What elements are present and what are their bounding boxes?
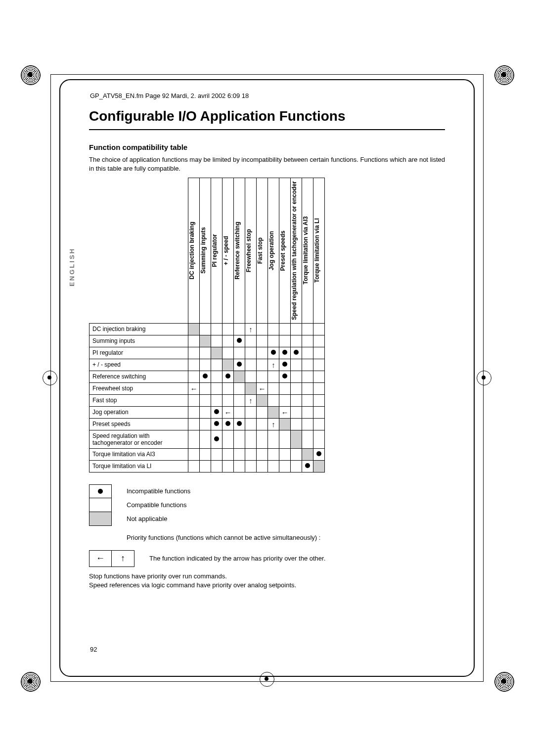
table-cell: ←: [279, 406, 291, 418]
table-row: Freewheel stop←←: [89, 382, 325, 394]
table-cell: [268, 323, 279, 335]
table-cell: [279, 460, 291, 472]
table-cell: [268, 371, 279, 382]
row-label: Torque limitation via AI3: [89, 448, 188, 460]
table-cell: [268, 347, 279, 359]
table-cell: [302, 430, 313, 448]
column-header: Torque limitation via LI: [313, 178, 325, 324]
table-cell: [188, 418, 200, 430]
table-cell: [291, 448, 302, 460]
table-row: Summing inputs: [89, 335, 325, 347]
table-cell: [268, 335, 279, 347]
table-cell: [188, 347, 200, 359]
table-cell: [279, 335, 291, 347]
table-cell: ↑: [245, 394, 257, 406]
column-header: Torque limitation via AI3: [302, 178, 313, 324]
table-cell: [211, 418, 222, 430]
legend-priority-intro: Priority functions (functions which cann…: [127, 534, 445, 541]
table-cell: [245, 406, 257, 418]
table-cell: [211, 335, 222, 347]
page: ENGLISH GP_ATV58_EN.fm Page 92 Mardi, 2.…: [0, 0, 534, 756]
table-cell: [313, 371, 325, 382]
table-cell: [200, 371, 211, 382]
table-cell: ↑: [268, 418, 279, 430]
page-number: 92: [90, 646, 97, 653]
table-cell: [188, 359, 200, 371]
table-cell: [200, 406, 211, 418]
table-cell: [234, 323, 245, 335]
table-cell: [200, 382, 211, 394]
table-cell: [291, 418, 302, 430]
table-cell: [200, 347, 211, 359]
table-cell: [313, 347, 325, 359]
table-cell: [291, 359, 302, 371]
row-label: Torque limitation via LI: [89, 460, 188, 472]
table-cell: [268, 430, 279, 448]
table-cell: [234, 359, 245, 371]
table-row: Fast stop↑: [89, 394, 325, 406]
table-cell: [257, 406, 268, 418]
table-cell: [313, 430, 325, 448]
table-cell: [291, 323, 302, 335]
note-line: Stop functions have priority over run co…: [89, 572, 445, 581]
table-cell: [245, 347, 257, 359]
table-cell: [313, 323, 325, 335]
trim-line: [483, 74, 484, 682]
table-cell: [200, 448, 211, 460]
table-row: Torque limitation via AI3: [89, 448, 325, 460]
table-cell: [257, 394, 268, 406]
section-subtitle: Function compatibility table: [89, 143, 445, 151]
table-cell: [313, 335, 325, 347]
table-cell: [291, 335, 302, 347]
table-cell: [245, 430, 257, 448]
table-cell: [291, 406, 302, 418]
row-label: Summing inputs: [89, 335, 188, 347]
trim-line: [50, 74, 484, 75]
table-row: Speed regulation with tachogenerator or …: [89, 430, 325, 448]
table-cell: [279, 323, 291, 335]
table-cell: [257, 347, 268, 359]
table-cell: [222, 418, 234, 430]
column-header: Preset speeds: [279, 178, 291, 324]
table-cell: [234, 382, 245, 394]
table-cell: [257, 418, 268, 430]
table-cell: [257, 335, 268, 347]
row-label: Fast stop: [89, 394, 188, 406]
crop-mark-icon: [493, 671, 514, 692]
note-line: Speed references via logic command have …: [89, 581, 445, 590]
row-label: Speed regulation with tachogenerator or …: [89, 430, 188, 448]
legend: Incompatible functions Compatible functi…: [89, 484, 445, 590]
table-cell: [188, 406, 200, 418]
table-cell: [188, 394, 200, 406]
table-cell: [200, 394, 211, 406]
table-cell: [234, 460, 245, 472]
table-cell: [188, 460, 200, 472]
row-label: Reference switching: [89, 371, 188, 382]
legend-na-label: Not applicable: [127, 512, 190, 526]
table-cell: [302, 382, 313, 394]
table-row: Reference switching: [89, 371, 325, 382]
table-cell: [245, 371, 257, 382]
table-cell: [211, 347, 222, 359]
table-cell: [302, 460, 313, 472]
legend-dot-icon: [89, 484, 112, 498]
legend-compatible-label: Compatible functions: [127, 498, 190, 512]
table-cell: [257, 448, 268, 460]
table-cell: [222, 347, 234, 359]
row-label: Freewheel stop: [89, 382, 188, 394]
table-row: Preset speeds↑: [89, 418, 325, 430]
registration-mark-icon: [43, 371, 57, 385]
table-cell: [211, 382, 222, 394]
trim-line: [50, 681, 484, 682]
table-cell: [268, 406, 279, 418]
crop-mark-icon: [20, 64, 41, 85]
table-cell: [234, 394, 245, 406]
table-cell: [234, 430, 245, 448]
table-cell: [200, 335, 211, 347]
table-cell: [313, 394, 325, 406]
trim-line: [50, 74, 51, 682]
language-tab: ENGLISH: [68, 247, 76, 286]
column-header: Freewheel stop: [245, 178, 257, 324]
title-rule: [89, 129, 445, 130]
table-row: + / - speed↑: [89, 359, 325, 371]
